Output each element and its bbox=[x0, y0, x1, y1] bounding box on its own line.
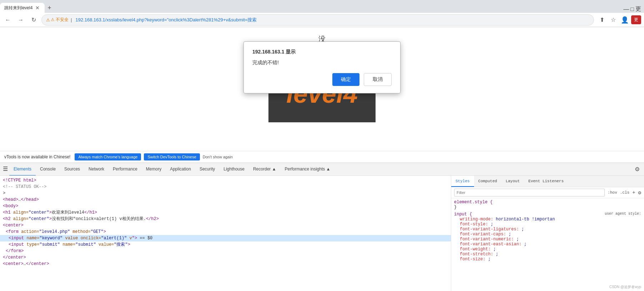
style-rule-input: input { user agent style: writing-mode: … bbox=[454, 212, 641, 262]
style-selector-input: input { bbox=[454, 212, 472, 217]
security-warning: ⚠ ⚠ 不安全 | bbox=[46, 17, 73, 23]
tab-recorder[interactable]: Recorder ▲ bbox=[249, 163, 281, 176]
devtools-panel: ☰ Elements Console Sources Network Perfo… bbox=[0, 163, 644, 291]
reload-button[interactable]: ↻ bbox=[29, 15, 39, 25]
style-prop: font-stretch: ; bbox=[460, 252, 641, 257]
code-line: <center> bbox=[0, 222, 451, 229]
new-tab-button[interactable]: + bbox=[45, 3, 54, 13]
tab-bar: 跳转来到level4 ✕ + — □ 更 bbox=[0, 0, 644, 13]
alert-cancel-button[interactable]: 取消 bbox=[364, 73, 392, 86]
add-style-button[interactable]: + bbox=[632, 190, 635, 195]
style-selector: element.style { bbox=[454, 200, 493, 205]
back-button[interactable]: ← bbox=[3, 15, 13, 25]
url-bar[interactable]: ⚠ ⚠ 不安全 | 192.168.163.1/xsslabs/level4.p… bbox=[41, 14, 594, 26]
tab-memory[interactable]: Memory bbox=[142, 163, 166, 176]
tab-sources[interactable]: Sources bbox=[60, 163, 84, 176]
style-prop: font-weight: ; bbox=[460, 247, 641, 252]
alert-host: 192.168.163.1 显示 bbox=[252, 49, 392, 55]
styles-content: element.style { } input { user agent sty… bbox=[451, 198, 644, 283]
devtools-main: <!CTYPE html> <!-- STATUS OK--> > <head>… bbox=[0, 176, 644, 291]
devtools-tab-overview[interactable]: ☰ bbox=[1, 163, 9, 176]
alert-message: 完成的不错! bbox=[252, 60, 392, 66]
browser-tab[interactable]: 跳转来到level4 ✕ bbox=[0, 3, 45, 13]
alert-ok-button[interactable]: 确定 bbox=[332, 73, 359, 86]
forward-button[interactable]: → bbox=[16, 15, 26, 25]
banner-text: vTools is now available in Chinese! bbox=[4, 154, 70, 159]
switch-devtools-chinese-button[interactable]: Switch DevTools to Chinese bbox=[144, 153, 200, 160]
style-tab-computed[interactable]: Computed bbox=[474, 176, 502, 187]
style-prop: font-variant-caps: ; bbox=[460, 232, 641, 237]
minimize-button[interactable]: — bbox=[623, 6, 629, 12]
url-text: 192.168.163.1/xsslabs/level4.php?keyword… bbox=[75, 17, 589, 23]
alert-dialog: 192.168.163.1 显示 完成的不错! 确定 取消 bbox=[243, 41, 401, 93]
devtools-settings-button[interactable]: ⚙ bbox=[632, 166, 643, 173]
code-line-highlighted: <input name="keyword" value onclick="ale… bbox=[0, 235, 451, 241]
filter-cls-button[interactable]: .cls bbox=[620, 190, 629, 195]
browser-content: 没 搜索 level4 192.168.163.1 显示 完成的不错! 确定 取… bbox=[0, 27, 644, 291]
tab-close-icon[interactable]: ✕ bbox=[35, 4, 40, 11]
code-line: <form action="level4.php" method="GET"> bbox=[0, 229, 451, 235]
toolbar-icons: ⬆ ☆ 👤 更 bbox=[597, 15, 641, 25]
profile-menu-button[interactable]: 👤 bbox=[620, 15, 630, 25]
code-line: <h2 align="center">没有找到和"onclick=alert(1… bbox=[0, 216, 451, 222]
tab-elements[interactable]: Elements bbox=[9, 163, 36, 176]
more-menu-button[interactable]: 更 bbox=[635, 5, 641, 13]
page-area: 没 搜索 level4 192.168.163.1 显示 完成的不错! 确定 取… bbox=[0, 27, 644, 151]
window-controls: — □ 更 bbox=[623, 5, 644, 13]
style-rule-element: element.style { } bbox=[454, 200, 641, 210]
chrome-more-button[interactable]: 更 bbox=[631, 15, 641, 24]
style-tab-styles[interactable]: Styles bbox=[451, 176, 474, 187]
tab-security[interactable]: Security bbox=[195, 163, 219, 176]
alert-buttons: 确定 取消 bbox=[252, 73, 392, 86]
style-prop: writing-mode: horizontal-tb !importan bbox=[460, 217, 641, 222]
code-line: <head>…</head> bbox=[0, 196, 451, 203]
style-prop: font-variant-numeric: ; bbox=[460, 237, 641, 242]
style-prop: font-size: ; bbox=[460, 257, 641, 262]
tab-title: 跳转来到level4 bbox=[4, 5, 32, 11]
filter-hov-button[interactable]: :hov bbox=[608, 190, 617, 195]
code-line: <!CTYPE html> bbox=[0, 177, 451, 184]
styles-filter: :hov .cls + ⚙ bbox=[451, 187, 644, 198]
watermark: CSDN @追梦者wyp bbox=[451, 283, 644, 291]
styles-filter-input[interactable] bbox=[454, 189, 605, 196]
code-line: <!-- STATUS OK--> bbox=[0, 184, 451, 190]
styles-panel: Styles Computed Layout Event Listeners :… bbox=[451, 176, 644, 291]
dont-show-again-button[interactable]: Don't show again bbox=[203, 155, 233, 159]
style-prop: font-variant-east-asian: ; bbox=[460, 242, 641, 247]
devtools-banner: vTools is now available in Chinese! Alwa… bbox=[0, 151, 644, 163]
tab-performance[interactable]: Performance bbox=[109, 163, 142, 176]
code-line: <h1 align="center">欢迎来到level4</h1> bbox=[0, 209, 451, 216]
tab-application[interactable]: Application bbox=[166, 163, 195, 176]
code-line: </form> bbox=[0, 248, 451, 254]
code-line: <center>…</center> bbox=[0, 261, 451, 267]
tab-performance-insights[interactable]: Performance insights ▲ bbox=[281, 163, 335, 176]
user-agent-label: user agent style: bbox=[605, 212, 641, 217]
style-tab-event-listeners[interactable]: Event Listeners bbox=[524, 176, 568, 187]
code-line: > bbox=[0, 190, 451, 196]
code-panel: <!CTYPE html> <!-- STATUS OK--> > <head>… bbox=[0, 176, 451, 291]
style-settings-button[interactable]: ⚙ bbox=[638, 190, 641, 196]
address-bar: ← → ↻ ⚠ ⚠ 不安全 | 192.168.163.1/xsslabs/le… bbox=[0, 13, 644, 27]
code-line: <body> bbox=[0, 203, 451, 209]
always-match-language-button[interactable]: Always match Chrome's language bbox=[75, 153, 141, 160]
browser-chrome: 跳转来到level4 ✕ + — □ 更 ← → ↻ ⚠ ⚠ 不安全 | 192… bbox=[0, 0, 644, 27]
maximize-button[interactable]: □ bbox=[630, 6, 634, 12]
style-prop: font-variant-ligatures: ; bbox=[460, 227, 641, 232]
style-tab-layout[interactable]: Layout bbox=[501, 176, 524, 187]
warning-icon: ⚠ bbox=[46, 17, 50, 22]
devtools-tabs: ☰ Elements Console Sources Network Perfo… bbox=[0, 163, 644, 176]
code-line: <input type="submit" name="submit" value… bbox=[0, 241, 451, 248]
tab-network[interactable]: Network bbox=[84, 163, 109, 176]
style-prop: font-style: ; bbox=[460, 222, 641, 227]
share-button[interactable]: ⬆ bbox=[597, 15, 607, 25]
tab-lighthouse[interactable]: Lighthouse bbox=[219, 163, 249, 176]
tab-console[interactable]: Console bbox=[36, 163, 60, 176]
code-line: </center> bbox=[0, 254, 451, 261]
styles-tabs: Styles Computed Layout Event Listeners bbox=[451, 176, 644, 187]
bookmark-button[interactable]: ☆ bbox=[608, 15, 618, 25]
